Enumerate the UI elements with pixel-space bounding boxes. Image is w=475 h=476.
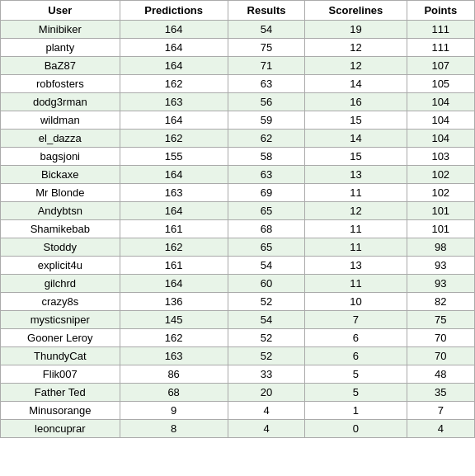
data-cell: 11: [305, 275, 407, 293]
data-cell: 164: [120, 202, 228, 220]
user-cell: Minusorange: [1, 402, 120, 420]
table-row: Minibiker1645419111: [1, 21, 475, 39]
data-cell: 15: [305, 111, 407, 130]
data-cell: 11: [305, 220, 407, 238]
table-row: wildman1645915104: [1, 111, 475, 130]
user-cell: bagsjoni: [1, 148, 120, 166]
user-cell: BaZ87: [1, 57, 120, 75]
data-cell: 86: [120, 365, 228, 384]
table-row: Bickaxe1646313102: [1, 166, 475, 184]
data-cell: 164: [120, 166, 228, 184]
data-cell: 104: [407, 130, 474, 148]
data-cell: 62: [228, 130, 305, 148]
data-cell: 155: [120, 148, 228, 166]
user-cell: crazy8s: [1, 293, 120, 311]
data-cell: 52: [228, 329, 305, 347]
table-row: el_dazza1626214104: [1, 130, 475, 148]
data-cell: 11: [305, 238, 407, 257]
data-cell: 102: [407, 166, 474, 184]
column-header-user: User: [1, 1, 120, 21]
data-cell: 163: [120, 347, 228, 365]
user-cell: Flik007: [1, 365, 120, 384]
table-row: BaZ871647112107: [1, 57, 475, 75]
user-cell: Mr Blonde: [1, 184, 120, 202]
table-row: dodg3rman1635616104: [1, 93, 475, 111]
data-cell: 164: [120, 111, 228, 130]
leaderboard-table: UserPredictionsResultsScorelinesPoints M…: [0, 0, 475, 438]
user-cell: Minibiker: [1, 21, 120, 39]
data-cell: 145: [120, 311, 228, 329]
data-cell: 70: [407, 347, 474, 365]
user-cell: robfosters: [1, 75, 120, 93]
table-row: Andybtsn1646512101: [1, 202, 475, 220]
data-cell: 1: [305, 402, 407, 420]
data-cell: 10: [305, 293, 407, 311]
data-cell: 71: [228, 57, 305, 75]
data-cell: 164: [120, 57, 228, 75]
data-cell: 136: [120, 293, 228, 311]
data-cell: 13: [305, 166, 407, 184]
data-cell: 48: [407, 365, 474, 384]
column-header-points: Points: [407, 1, 474, 21]
data-cell: 33: [228, 365, 305, 384]
data-cell: 104: [407, 111, 474, 130]
data-cell: 82: [407, 293, 474, 311]
user-cell: planty: [1, 39, 120, 57]
table-row: Flik0078633548: [1, 365, 475, 384]
user-cell: wildman: [1, 111, 120, 130]
column-header-results: Results: [228, 1, 305, 21]
data-cell: 68: [120, 384, 228, 402]
data-cell: 54: [228, 21, 305, 39]
user-cell: dodg3rman: [1, 93, 120, 111]
data-cell: 14: [305, 130, 407, 148]
data-cell: 93: [407, 257, 474, 275]
data-cell: 93: [407, 275, 474, 293]
data-cell: 12: [305, 202, 407, 220]
data-cell: 107: [407, 57, 474, 75]
table-row: leoncuprar8404: [1, 420, 475, 438]
user-cell: mysticsniper: [1, 311, 120, 329]
table-row: Gooner Leroy16252670: [1, 329, 475, 347]
data-cell: 104: [407, 93, 474, 111]
data-cell: 58: [228, 148, 305, 166]
data-cell: 5: [305, 365, 407, 384]
data-cell: 19: [305, 21, 407, 39]
data-cell: 54: [228, 311, 305, 329]
user-cell: Father Ted: [1, 384, 120, 402]
data-cell: 6: [305, 329, 407, 347]
user-cell: Gooner Leroy: [1, 329, 120, 347]
data-cell: 163: [120, 93, 228, 111]
table-row: Stoddy162651198: [1, 238, 475, 257]
data-cell: 52: [228, 347, 305, 365]
data-cell: 60: [228, 275, 305, 293]
column-header-predictions: Predictions: [120, 1, 228, 21]
data-cell: 56: [228, 93, 305, 111]
data-cell: 52: [228, 293, 305, 311]
data-cell: 5: [305, 384, 407, 402]
data-cell: 16: [305, 93, 407, 111]
data-cell: 162: [120, 329, 228, 347]
user-cell: explicit4u: [1, 257, 120, 275]
table-row: bagsjoni1555815103: [1, 148, 475, 166]
user-cell: Bickaxe: [1, 166, 120, 184]
data-cell: 12: [305, 39, 407, 57]
data-cell: 162: [120, 238, 228, 257]
data-cell: 98: [407, 238, 474, 257]
data-cell: 163: [120, 184, 228, 202]
table-row: explicit4u161541393: [1, 257, 475, 275]
user-cell: gilchrd: [1, 275, 120, 293]
data-cell: 101: [407, 202, 474, 220]
table-row: crazy8s136521082: [1, 293, 475, 311]
data-cell: 75: [407, 311, 474, 329]
data-cell: 0: [305, 420, 407, 438]
table-row: robfosters1626314105: [1, 75, 475, 93]
data-cell: 68: [228, 220, 305, 238]
data-cell: 4: [228, 420, 305, 438]
table-row: mysticsniper14554775: [1, 311, 475, 329]
user-cell: Andybtsn: [1, 202, 120, 220]
table-row: Shamikebab1616811101: [1, 220, 475, 238]
data-cell: 164: [120, 39, 228, 57]
data-cell: 6: [305, 347, 407, 365]
data-cell: 65: [228, 238, 305, 257]
data-cell: 164: [120, 21, 228, 39]
